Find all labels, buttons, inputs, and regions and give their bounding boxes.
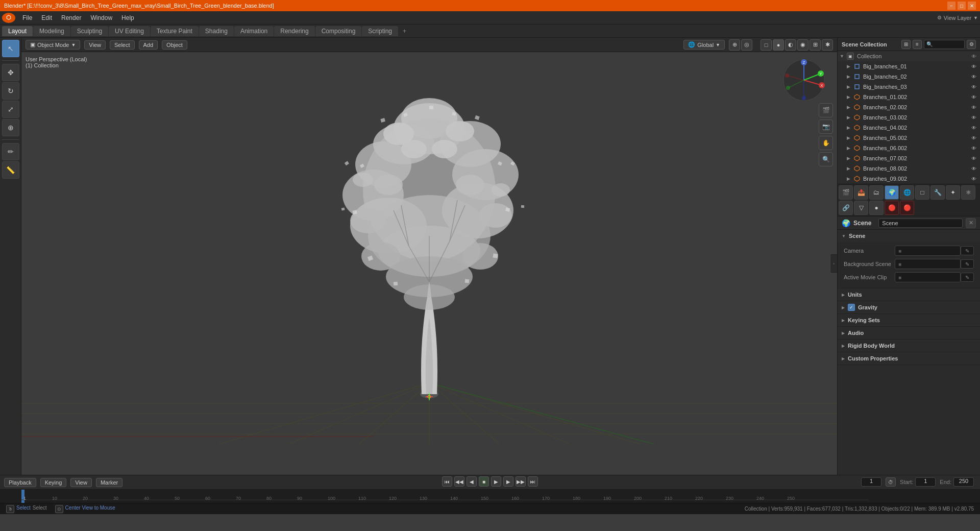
item-vis-b01[interactable]: 👁 [970,93,978,101]
add-menu[interactable]: Add [139,40,158,50]
gravity-checkbox[interactable]: ✓ [848,304,855,311]
outliner-filter-btn[interactable]: ⊞ [901,40,911,49]
prop-constraints-btn[interactable]: 🔗 [839,201,853,215]
prev-frame-btn[interactable]: ◀ [467,476,477,487]
prop-output-btn[interactable]: 📤 [854,185,868,200]
n-panel-toggle[interactable]: › [830,253,837,274]
audio-section-header[interactable]: ▶ Audio [838,327,980,339]
tab-animation[interactable]: Animation [234,26,274,36]
scene-section-header[interactable]: ▼ Scene [838,230,980,242]
menu-window[interactable]: Window [86,13,116,22]
tab-layout[interactable]: Layout [2,26,33,36]
prop-render-btn[interactable]: 🎬 [839,185,853,200]
tool-annotate[interactable]: ✏ [2,143,19,160]
outliner-item-big-branches-02[interactable]: ▶ Big_branches_02 👁 [838,71,980,82]
tool-transform[interactable]: ⊕ [2,119,19,136]
outliner-item-branches-05[interactable]: ▶ Branches_05.002 👁 [838,133,980,143]
xray-btn[interactable]: □ [761,39,772,51]
select-menu[interactable]: Select [110,40,135,50]
hand-tool-btn[interactable]: ✋ [819,136,833,150]
outliner-settings-btn[interactable]: ⚙ [967,40,976,49]
view-layer-selector[interactable]: ⚙ View Layer ▼ [937,15,978,21]
render-shade-btn[interactable]: ◉ [797,39,808,51]
tab-rendering[interactable]: Rendering [274,26,314,36]
background-picker[interactable]: ■ [895,259,961,269]
outliner-sort-btn[interactable]: ≡ [913,40,922,49]
keying-sets-header[interactable]: ▶ Keying Sets [838,314,980,326]
prop-misc-btn[interactable]: 🔴 [885,201,899,215]
tool-rotate[interactable]: ↻ [2,82,19,100]
transform-global[interactable]: 🌐 Global ▼ [683,40,725,50]
outliner-search[interactable]: 🔍 [924,40,965,49]
outliner-item-branches-03[interactable]: ▶ Branches_03.002 👁 [838,112,980,123]
item-vis-b03[interactable]: 👁 [970,113,978,122]
minimize-button[interactable]: − [947,2,955,10]
outliner-item-branches-09[interactable]: ▶ Branches_09.002 👁 [838,174,980,184]
movie-clip-picker[interactable]: ■ [895,272,961,282]
prop-modifier-btn[interactable]: 🔧 [930,185,945,200]
tl-marker-btn[interactable]: Marker [96,478,122,487]
menu-file[interactable]: File [18,13,36,22]
gravity-section-header[interactable]: ▶ ✓ Gravity [838,301,980,313]
active-camera-btn[interactable]: 📷 [819,119,833,134]
tool-scale[interactable]: ⤢ [2,101,19,118]
snap-btn[interactable]: ⊕ [729,39,740,51]
maximize-button[interactable]: □ [958,2,966,10]
mode-selector[interactable]: ▣ Object Mode ▼ [26,40,80,50]
prop-misc-btn-2[interactable]: 🔴 [900,201,914,215]
prop-physics-btn[interactable]: ⚛ [961,185,975,200]
tl-view-btn[interactable]: View [70,478,92,487]
close-button[interactable]: ✕ [968,2,976,10]
start-frame-input[interactable]: 1 [915,477,936,487]
outliner-item-branches-06[interactable]: ▶ Branches_06.002 👁 [838,143,980,153]
item-vis-1[interactable]: 👁 [970,62,978,70]
tool-select[interactable]: ↖ [2,40,19,57]
item-vis-b02[interactable]: 👁 [970,103,978,111]
proportional-btn[interactable]: ◎ [741,39,752,51]
navigation-gizmo[interactable]: Z X Y [781,57,827,103]
outliner-item-branches-08[interactable]: ▶ Branches_08.002 👁 [838,163,980,174]
outliner-item-big-branches-03[interactable]: ▶ Big_branches_03 👁 [838,82,980,92]
viewport-overlay-btn[interactable]: ⊞ [810,39,821,51]
outliner-item-collection[interactable]: ▼ ▣ Collection 👁 [838,51,980,61]
viewport-content[interactable]: User Perspective (Local) (1) Collection [21,52,837,475]
object-menu[interactable]: Object [162,40,187,50]
camera-view-btn[interactable]: 🎬 [819,103,833,117]
time-format-btn[interactable]: ⏱ [886,477,896,487]
menu-edit[interactable]: Edit [37,13,56,22]
outliner-item-branches-07[interactable]: ▶ Branches_07.002 👁 [838,153,980,163]
tab-texture-paint[interactable]: Texture Paint [151,26,199,36]
prop-data-btn[interactable]: ▽ [854,201,868,215]
jump-next-key-btn[interactable]: ▶▶ [516,476,526,487]
prop-scene-btn[interactable]: 🌍 [885,185,899,200]
material-shade-btn[interactable]: ◐ [785,39,796,51]
tab-uv-editing[interactable]: UV Editing [109,26,150,36]
tab-scripting[interactable]: Scripting [362,26,398,36]
blender-logo[interactable]: ⬡ [2,13,15,23]
tab-modeling[interactable]: Modeling [33,26,70,36]
jump-end-btn[interactable]: ⏭ [528,476,538,487]
outliner-item-branches-04[interactable]: ▶ Branches_04.002 👁 [838,123,980,133]
jump-start-btn[interactable]: ⏮ [442,476,452,487]
item-vis-b09[interactable]: 👁 [970,175,978,183]
prop-view-layer-btn[interactable]: 🗂 [869,185,884,200]
solid-shade-btn[interactable]: ● [773,39,784,51]
item-vis-b05[interactable]: 👁 [970,134,978,142]
play-btn[interactable]: ▶ [491,476,501,487]
outliner-item-big-branches-01[interactable]: ▶ Big_branches_01 👁 [838,61,980,71]
tool-measure[interactable]: 📏 [2,161,19,179]
outliner-item-branches-02[interactable]: ▶ Branches_02.002 👁 [838,102,980,112]
next-frame-btn[interactable]: ▶ [503,476,513,487]
stop-btn[interactable]: ■ [479,476,489,487]
frame-ruler[interactable]: 1 10 20 30 40 50 60 70 80 90 100 110 120… [0,490,980,503]
zoom-btn[interactable]: 🔍 [819,152,833,166]
scene-name-field[interactable]: Scene [878,219,963,228]
current-frame-input[interactable]: 1 [861,477,881,487]
collection-visibility[interactable]: 👁 [970,52,978,60]
tl-playback-btn[interactable]: Playback [4,478,36,487]
item-vis-b08[interactable]: 👁 [970,164,978,173]
menu-help[interactable]: Help [117,13,138,22]
rigid-body-header[interactable]: ▶ Rigid Body World [838,340,980,352]
outliner-item-branches-01[interactable]: ▶ Branches_01.002 👁 [838,92,980,102]
item-vis-b06[interactable]: 👁 [970,144,978,152]
